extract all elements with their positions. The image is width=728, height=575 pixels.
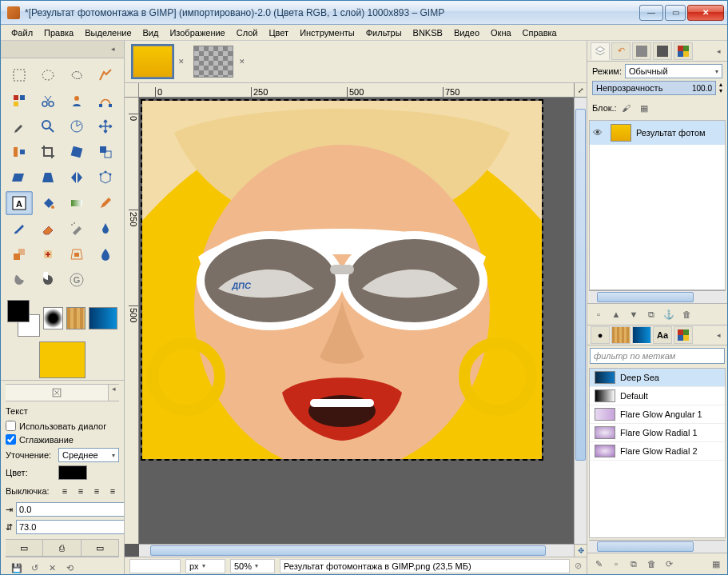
ink-tool[interactable] xyxy=(92,217,119,241)
image-tab-2[interactable]: ✕ xyxy=(193,46,248,78)
brush-swatch[interactable] xyxy=(43,307,63,329)
antialias-checkbox[interactable] xyxy=(6,434,16,445)
free-select-tool[interactable] xyxy=(63,63,90,87)
cage-tool[interactable] xyxy=(92,166,119,190)
close-button[interactable]: ✕ xyxy=(687,5,724,21)
maximize-button[interactable]: ▭ xyxy=(665,5,686,21)
delete-gradient-icon[interactable]: 🗑 xyxy=(643,556,659,572)
clone-tool[interactable] xyxy=(6,242,33,266)
measure-tool[interactable] xyxy=(63,114,90,138)
text-color-swatch[interactable] xyxy=(58,465,87,480)
menu-video[interactable]: Видео xyxy=(448,26,485,39)
menu-view[interactable]: Вид xyxy=(137,26,165,39)
menu-tools[interactable]: Инструменты xyxy=(294,26,360,39)
paintbrush-tool[interactable] xyxy=(6,217,33,241)
paths-tab-icon[interactable] xyxy=(653,42,672,60)
gradients-tab-icon[interactable] xyxy=(632,326,651,344)
menu-image[interactable]: Изображение xyxy=(164,26,230,39)
gradient-tool[interactable] xyxy=(63,191,90,215)
menu-file[interactable]: Файл xyxy=(6,26,38,39)
gradient-item[interactable]: Default xyxy=(590,387,725,405)
opacity-spinner-icon[interactable]: ▴▾ xyxy=(719,82,722,94)
lock-pixels-icon[interactable]: 🖌 xyxy=(620,102,633,114)
cancel-icon[interactable]: ⊘ xyxy=(575,561,582,571)
gradient-item[interactable]: Deep Sea xyxy=(590,369,725,387)
grid-view-icon[interactable]: ▦ xyxy=(708,556,724,572)
unit-select[interactable]: px xyxy=(185,559,225,573)
justify-fill-icon[interactable]: ≡ xyxy=(106,483,119,499)
justify-center-icon[interactable]: ≡ xyxy=(90,483,103,499)
justify-left-icon[interactable]: ≡ xyxy=(58,483,71,499)
undo-history-tab-icon[interactable]: ↶ xyxy=(611,42,631,60)
horizontal-ruler[interactable]: 0 250 500 750 xyxy=(139,83,574,98)
minimize-button[interactable]: — xyxy=(639,5,663,21)
scale-tool[interactable] xyxy=(92,140,119,164)
horizontal-scrollbar[interactable] xyxy=(139,544,574,557)
zoom-select[interactable]: 50% xyxy=(230,559,275,573)
options-tab-3[interactable]: ▭ xyxy=(82,540,119,556)
eraser-tool[interactable] xyxy=(34,217,62,241)
rect-select-tool[interactable] xyxy=(6,63,33,87)
gradient-dock-menu-icon[interactable]: ◂ xyxy=(714,331,724,339)
layer-list[interactable]: 👁 Результат фотом xyxy=(589,120,726,290)
scissors-select-tool[interactable] xyxy=(34,89,62,113)
refresh-gradient-icon[interactable]: ⟳ xyxy=(661,556,677,572)
perspective-clone-tool[interactable] xyxy=(63,242,90,266)
layers-hscroll[interactable] xyxy=(589,290,726,303)
gradient-item[interactable]: Flare Glow Radial 1 xyxy=(590,424,725,442)
pencil-tool[interactable] xyxy=(92,191,119,215)
blur-tool[interactable] xyxy=(92,242,119,266)
bucket-fill-tool[interactable] xyxy=(34,191,62,215)
layers-tab-icon[interactable] xyxy=(591,42,610,60)
fonts-tab-icon[interactable]: Aa xyxy=(653,326,672,344)
delete-options-icon[interactable]: ✕ xyxy=(44,560,60,574)
menu-windows[interactable]: Окна xyxy=(485,26,517,39)
new-gradient-icon[interactable]: ▫ xyxy=(608,556,624,572)
layer-row[interactable]: 👁 Результат фотом xyxy=(590,121,725,145)
save-options-icon[interactable]: 💾 xyxy=(9,560,25,574)
perspective-tool[interactable] xyxy=(34,166,62,190)
layer-name[interactable]: Результат фотом xyxy=(636,128,722,138)
text-tool[interactable]: A xyxy=(6,191,33,215)
fuzzy-select-tool[interactable] xyxy=(92,63,119,87)
use-dialog-checkbox[interactable] xyxy=(6,421,16,431)
heal-tool[interactable] xyxy=(34,242,62,266)
line-spacing-input[interactable] xyxy=(16,520,124,534)
menu-help[interactable]: Справка xyxy=(517,26,563,39)
hinting-select[interactable]: Среднее xyxy=(58,448,119,462)
crop-tool[interactable] xyxy=(34,140,62,164)
color-picker-tool[interactable] xyxy=(6,114,33,138)
h-scroll-thumb[interactable] xyxy=(150,545,546,556)
visibility-icon[interactable]: 👁 xyxy=(593,127,606,138)
colormap-tab-icon[interactable] xyxy=(674,42,693,60)
palettes-tab-icon[interactable] xyxy=(674,326,693,344)
menu-layer[interactable]: Слой xyxy=(231,26,264,39)
canvas-viewport[interactable]: ДПС xyxy=(139,98,574,544)
gradient-swatch[interactable] xyxy=(89,307,117,329)
gradient-item[interactable]: Flare Glow Radial 2 xyxy=(590,442,725,461)
tool-options-menu-icon[interactable]: ◂ xyxy=(109,385,119,401)
opt-antialias[interactable]: Сглаживание xyxy=(6,433,119,446)
gradient-item[interactable]: Flare Glow Angular 1 xyxy=(590,405,725,424)
gradient-hscroll[interactable] xyxy=(589,540,726,553)
dodge-burn-tool[interactable] xyxy=(34,268,62,292)
menu-select[interactable]: Выделение xyxy=(79,26,137,39)
gegl-tool[interactable]: G xyxy=(63,268,90,292)
dock-menu-icon[interactable]: ◂ xyxy=(111,45,121,54)
fg-bg-color[interactable] xyxy=(7,300,40,337)
layer-thumb[interactable] xyxy=(611,124,631,142)
image-tab-2-close-icon[interactable]: ✕ xyxy=(237,56,248,67)
options-tab-1[interactable]: ▭ xyxy=(6,540,43,556)
raise-layer-icon[interactable]: ▲ xyxy=(608,306,624,322)
patterns-tab-icon[interactable] xyxy=(611,326,631,344)
duplicate-layer-icon[interactable]: ⧉ xyxy=(643,306,659,322)
v-scroll-thumb[interactable] xyxy=(575,109,586,461)
zoom-tool[interactable] xyxy=(34,114,62,138)
mode-select[interactable]: Обычный xyxy=(625,64,722,78)
paths-tool[interactable] xyxy=(92,89,119,113)
image-tab-1-close-icon[interactable]: ✕ xyxy=(176,56,187,67)
gradient-hscroll-thumb[interactable] xyxy=(597,541,694,552)
duplicate-gradient-icon[interactable]: ⧉ xyxy=(626,556,642,572)
ellipse-select-tool[interactable] xyxy=(34,63,62,87)
gradient-list[interactable]: Deep Sea Default Flare Glow Angular 1 Fl… xyxy=(589,368,726,538)
